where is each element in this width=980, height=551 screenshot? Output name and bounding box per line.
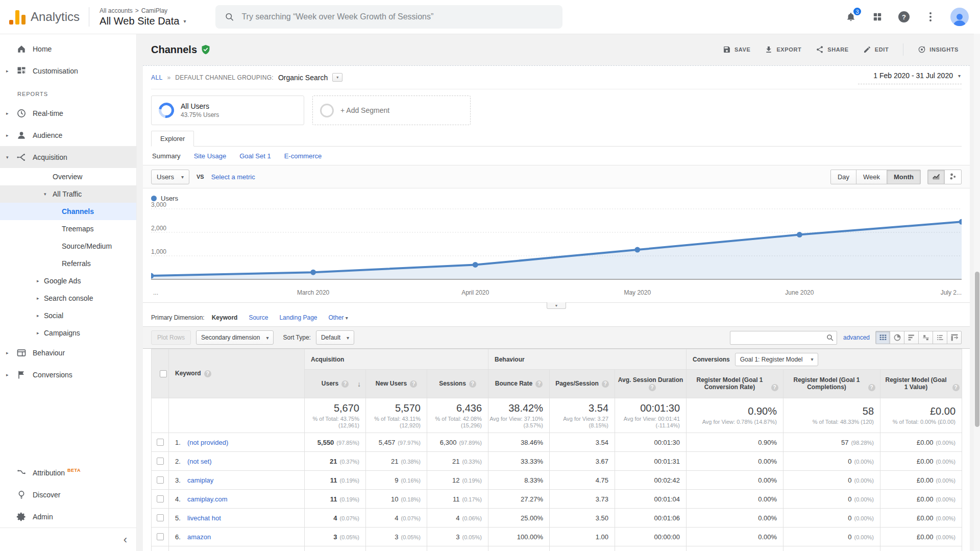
subtab-goal-set-1[interactable]: Goal Set 1: [239, 152, 271, 160]
expand-icon[interactable]: ▸: [37, 278, 39, 283]
keyword-link[interactable]: livechat hot: [187, 514, 221, 522]
search-input[interactable]: [241, 12, 553, 21]
keyword-link[interactable]: amazon: [187, 533, 211, 541]
all-accounts-label[interactable]: All accounts: [100, 7, 133, 14]
collapse-icon[interactable]: ▾: [6, 155, 9, 160]
expand-icon[interactable]: ▸: [6, 350, 9, 355]
search-icon[interactable]: [823, 333, 837, 342]
metric-dropdown[interactable]: Users ▾: [151, 170, 189, 184]
sidebar-item-realtime[interactable]: ▸ Real-time: [0, 102, 136, 124]
edit-button[interactable]: EDIT: [863, 45, 889, 54]
sidebar-item-audience[interactable]: ▸ Audience: [0, 124, 136, 146]
view-percentage-button[interactable]: [890, 331, 904, 344]
help-icon[interactable]: ?: [535, 380, 543, 388]
dimension-other-dropdown[interactable]: Other ▾: [329, 314, 348, 321]
tab-explorer[interactable]: Explorer: [151, 131, 194, 147]
sort-type-dropdown[interactable]: Default ▾: [316, 330, 354, 345]
subtab-ecommerce[interactable]: E-commerce: [284, 152, 322, 160]
sidebar-item-home[interactable]: Home: [0, 38, 136, 60]
sidebar-item-social[interactable]: ▸ Social: [0, 307, 136, 324]
sidebar-item-channels[interactable]: Channels: [0, 203, 136, 220]
goal-selector-dropdown[interactable]: Goal 1: Register Model▾: [735, 353, 819, 366]
page-scrollbar[interactable]: [974, 34, 980, 551]
column-header-sessions[interactable]: Sessions?: [427, 370, 488, 398]
view-pivot-button[interactable]: [947, 331, 962, 344]
sidebar-item-behaviour[interactable]: ▸ Behaviour: [0, 342, 136, 364]
select-metric-link[interactable]: Select a metric: [211, 173, 255, 181]
row-checkbox[interactable]: [157, 476, 164, 484]
channel-grouping-dropdown[interactable]: ▾: [332, 73, 342, 82]
sidebar-item-acquisition[interactable]: ▾ Acquisition: [0, 146, 136, 168]
property-selector[interactable]: All Web Site Data ▾: [100, 15, 186, 27]
segment-all-users[interactable]: All Users 43.75% Users: [151, 95, 304, 125]
granularity-week-button[interactable]: Week: [856, 170, 887, 184]
subtab-summary[interactable]: Summary: [152, 152, 181, 160]
keyword-link[interactable]: (not set): [187, 458, 212, 465]
view-comparison-button[interactable]: [918, 331, 933, 344]
expand-icon[interactable]: ▸: [6, 372, 9, 377]
help-icon[interactable]: ?: [952, 384, 960, 391]
row-checkbox[interactable]: [157, 458, 164, 465]
row-checkbox[interactable]: [157, 514, 164, 521]
help-icon[interactable]: ?: [771, 384, 778, 391]
view-performance-button[interactable]: [904, 331, 919, 344]
sidebar-item-treemaps[interactable]: Treemaps: [0, 220, 136, 237]
column-header-session-duration[interactable]: Avg. Session Duration?: [615, 370, 687, 398]
add-segment-button[interactable]: + Add Segment: [312, 95, 471, 125]
sidebar-item-discover[interactable]: Discover: [0, 484, 136, 506]
axis-expander-button[interactable]: ▼: [547, 302, 566, 309]
sidebar-item-google-ads[interactable]: ▸ Google Ads: [0, 272, 136, 290]
motion-chart-button[interactable]: [944, 170, 962, 184]
help-icon[interactable]: ?: [204, 370, 211, 377]
account-breadcrumb[interactable]: All accounts > CamiPlay: [100, 7, 186, 14]
collapse-icon[interactable]: ▾: [44, 191, 46, 197]
help-icon[interactable]: ?: [341, 380, 349, 388]
dimension-source-link[interactable]: Source: [249, 314, 268, 321]
apps-button[interactable]: [871, 10, 884, 23]
row-checkbox[interactable]: [157, 495, 164, 502]
user-avatar[interactable]: [950, 8, 969, 26]
line-chart-button[interactable]: [927, 170, 945, 184]
sidebar-item-overview[interactable]: Overview: [0, 168, 136, 185]
expand-icon[interactable]: ▸: [37, 330, 39, 336]
column-header-keyword[interactable]: Keyword?: [169, 349, 305, 398]
granularity-month-button[interactable]: Month: [887, 170, 921, 184]
export-button[interactable]: EXPORT: [765, 45, 801, 54]
users-chart[interactable]: 1,0002,0003,000: [151, 206, 962, 288]
column-header-bounce-rate[interactable]: Bounce Rate?: [488, 370, 550, 398]
help-icon[interactable]: ?: [649, 384, 656, 391]
column-header-goal-value[interactable]: Register Model (Goal 1 Value)?: [880, 370, 962, 398]
share-button[interactable]: SHARE: [816, 45, 849, 54]
subtab-site-usage[interactable]: Site Usage: [194, 152, 227, 160]
expand-icon[interactable]: ▸: [37, 313, 39, 318]
column-header-conversion-rate[interactable]: Register Model (Goal 1 Conversion Rate)?: [687, 370, 783, 398]
account-name[interactable]: CamiPlay: [141, 7, 167, 14]
dimension-keyword[interactable]: Keyword: [212, 314, 238, 321]
global-search[interactable]: [215, 5, 562, 29]
sidebar-item-campaigns[interactable]: ▸ Campaigns: [0, 324, 136, 342]
more-options-button[interactable]: [924, 10, 937, 23]
keyword-link[interactable]: camiplay.com: [187, 495, 228, 503]
sidebar-collapse-button[interactable]: ‹: [0, 528, 136, 551]
row-checkbox[interactable]: [157, 439, 164, 446]
help-button[interactable]: ?: [897, 10, 911, 23]
view-table-button[interactable]: [875, 331, 890, 344]
sidebar-item-search-console[interactable]: ▸ Search console: [0, 290, 136, 307]
expand-icon[interactable]: ▸: [6, 68, 9, 74]
date-range-selector[interactable]: 1 Feb 2020 - 31 Jul 2020 ▾: [858, 70, 962, 84]
sidebar-item-source-medium[interactable]: Source/Medium: [0, 237, 136, 255]
dimension-landing-page-link[interactable]: Landing Page: [279, 314, 317, 321]
insights-button[interactable]: INSIGHTS: [918, 45, 959, 54]
sidebar-item-attribution[interactable]: Attribution BETA: [0, 462, 136, 484]
help-icon[interactable]: ?: [410, 380, 417, 388]
column-header-users[interactable]: Users?↓: [305, 370, 366, 398]
column-header-new-users[interactable]: New Users?: [366, 370, 427, 398]
expand-icon[interactable]: ▸: [6, 133, 9, 138]
sidebar-item-all-traffic[interactable]: ▾ All Traffic: [0, 185, 136, 203]
sidebar-item-customisation[interactable]: ▸ Customisation: [0, 60, 136, 82]
sidebar-item-conversions[interactable]: ▸ Conversions: [0, 364, 136, 386]
help-icon[interactable]: ?: [469, 380, 476, 388]
breadcrumb-all-link[interactable]: ALL: [151, 74, 163, 81]
view-term-cloud-button[interactable]: [933, 331, 947, 344]
plot-rows-button[interactable]: Plot Rows: [151, 330, 191, 345]
